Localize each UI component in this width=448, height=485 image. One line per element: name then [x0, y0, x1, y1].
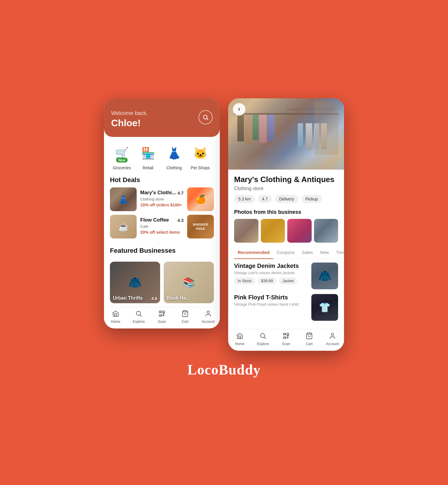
pet-shops-label: Pet Shops — [191, 165, 210, 170]
product-denim-desc: Vintage Levi's unisex denim jackets — [234, 271, 308, 275]
svg-rect-15 — [283, 333, 285, 335]
welcome-text: Welcome back, — [111, 110, 213, 116]
photos-section: Photos from this business — [228, 208, 344, 246]
svg-rect-5 — [163, 311, 165, 313]
deal-coffee-extra-thumb: WHISKERPARA — [187, 215, 214, 238]
svg-point-2 — [136, 311, 141, 315]
product-pink-floyd[interactable]: Pink Floyd T-Shirts Vintage Pink Floyd u… — [234, 294, 338, 321]
store-info: Mary's Clothing & Antiques Clothing stor… — [228, 170, 344, 208]
nav-cart-left[interactable]: Cart — [173, 310, 197, 324]
brand-footer: LocoBuddy — [187, 361, 261, 381]
svg-rect-4 — [159, 311, 161, 313]
featured-urban-thrifts[interactable]: Urban Thrifts 4.6 — [110, 262, 160, 303]
nav-home-right[interactable]: Home — [228, 332, 251, 346]
nav-cart-label-right: Cart — [306, 342, 313, 346]
product-denim-tags: In Stock $39.99 Jacket — [234, 277, 308, 284]
category-groceries[interactable]: 🛒 New Groceries — [109, 143, 135, 170]
scan-icon — [158, 310, 165, 317]
phones-container: Welcome back, Chloe! 🛒 New Groceries — [104, 98, 344, 351]
tab-recommended[interactable]: Recommended — [234, 246, 273, 259]
cart-icon-right — [306, 332, 313, 339]
deal-flow-coffee[interactable]: Flow Coffee 4.3 Cafe 20% off select item… — [110, 215, 214, 238]
category-clothing[interactable]: 👗 Clothing — [161, 143, 187, 170]
hot-deals-section: Hot Deals Mary's Clothi... 4.7 Clothing … — [104, 173, 220, 246]
photo-1[interactable] — [234, 219, 258, 243]
deal-coffee-info: Flow Coffee 4.3 Cafe 20% off select item… — [137, 215, 187, 238]
deal-coffee-type: Cafe — [140, 224, 184, 229]
svg-line-14 — [264, 337, 266, 339]
store-tags: 5.3 km 4.7 Delivery Pickup — [234, 195, 338, 203]
scan-icon-right — [283, 332, 290, 339]
featured-section: Featured Businesses — [104, 246, 220, 262]
photos-grid — [234, 219, 338, 243]
deal-coffee-thumb — [110, 215, 137, 238]
store-type: Clothing store — [234, 186, 338, 191]
deal-marys[interactable]: Mary's Clothi... 4.7 Clothing store 15% … — [110, 187, 214, 211]
photo-3[interactable] — [287, 219, 312, 243]
svg-rect-7 — [163, 315, 164, 316]
deal-coffee-rating: 4.3 — [177, 218, 184, 223]
svg-rect-18 — [287, 337, 288, 338]
svg-line-3 — [140, 315, 142, 317]
deal-coffee-name: Flow Coffee — [140, 217, 169, 223]
username: Chloe! — [111, 118, 213, 129]
nav-home-left[interactable]: Home — [104, 310, 127, 324]
store-hero — [228, 98, 344, 170]
deal-marys-type: Clothing store — [140, 197, 184, 201]
clothing-label: Clothing — [166, 165, 182, 170]
hot-deals-title: Hot Deals — [110, 176, 214, 184]
photo-2[interactable] — [261, 219, 285, 243]
svg-point-0 — [204, 115, 207, 119]
nav-bar-right: Home Explore Scan Cart — [228, 329, 344, 351]
tag-type: Jacket — [279, 277, 297, 284]
store-name: Mary's Clothing & Antiques — [234, 175, 338, 184]
nav-cart-right[interactable]: Cart — [298, 332, 321, 346]
store-tag-distance: 5.3 km — [234, 195, 255, 203]
featured-book-haven[interactable]: Book Ha... — [164, 262, 214, 303]
deal-marys-name: Mary's Clothi... — [140, 190, 176, 196]
explore-icon — [135, 310, 142, 317]
brand-logo: LocoBuddy — [187, 361, 261, 378]
photo-4[interactable] — [314, 219, 338, 243]
deal-marys-info: Mary's Clothi... 4.7 Clothing store 15% … — [137, 187, 187, 211]
cart-icon — [182, 310, 189, 317]
nav-account-right[interactable]: Account — [321, 332, 344, 346]
category-pet-shops[interactable]: 🐱 Pet Shops — [187, 143, 213, 170]
nav-account-left[interactable]: Account — [197, 310, 220, 324]
header: Welcome back, Chloe! — [104, 98, 220, 137]
product-pf-name: Pink Floyd T-Shirts — [234, 294, 308, 301]
nav-bar-left: Home Explore Scan Cart — [104, 307, 220, 328]
deal-marys-extra-thumb — [187, 187, 214, 211]
tag-price: $39.99 — [258, 277, 277, 284]
product-denim-jackets[interactable]: Vintage Denim Jackets Vintage Levi's uni… — [234, 263, 338, 289]
nav-explore-label-left: Explore — [133, 320, 145, 324]
tab-sales[interactable]: Sales — [298, 246, 317, 259]
search-button[interactable] — [198, 110, 213, 124]
nav-home-label-right: Home — [235, 342, 244, 346]
svg-point-13 — [261, 334, 265, 338]
urban-thrifts-rating: 4.6 — [152, 296, 157, 301]
tab-coupons[interactable]: Coupons — [273, 246, 298, 259]
account-icon — [205, 310, 212, 317]
category-retail[interactable]: 🏪 Retail — [135, 143, 161, 170]
svg-rect-16 — [287, 333, 289, 335]
product-pf-desc: Vintage Pink Floyd unisex band t-shirt — [234, 302, 308, 307]
deal-marys-rating: 4.7 — [177, 190, 184, 195]
photos-title: Photos from this business — [234, 209, 338, 215]
nav-account-label-left: Account — [202, 320, 214, 324]
nav-scan-left[interactable]: Scan — [150, 310, 173, 324]
product-denim-name: Vintage Denim Jackets — [234, 263, 308, 269]
store-tag-rating: 4.7 — [258, 195, 272, 203]
tab-trending[interactable]: Trending — [332, 246, 344, 259]
svg-rect-17 — [283, 337, 285, 339]
nav-explore-label-right: Explore — [257, 342, 269, 346]
back-arrow-icon — [236, 107, 242, 112]
nav-account-label-right: Account — [326, 342, 339, 346]
tab-new[interactable]: New — [316, 246, 332, 259]
nav-scan-right[interactable]: Scan — [275, 332, 298, 346]
nav-explore-right[interactable]: Explore — [251, 332, 275, 346]
nav-cart-label-left: Cart — [182, 320, 189, 324]
back-button[interactable] — [233, 103, 245, 116]
pink-floyd-thumb: 👕 — [311, 294, 338, 321]
nav-explore-left[interactable]: Explore — [127, 310, 150, 324]
